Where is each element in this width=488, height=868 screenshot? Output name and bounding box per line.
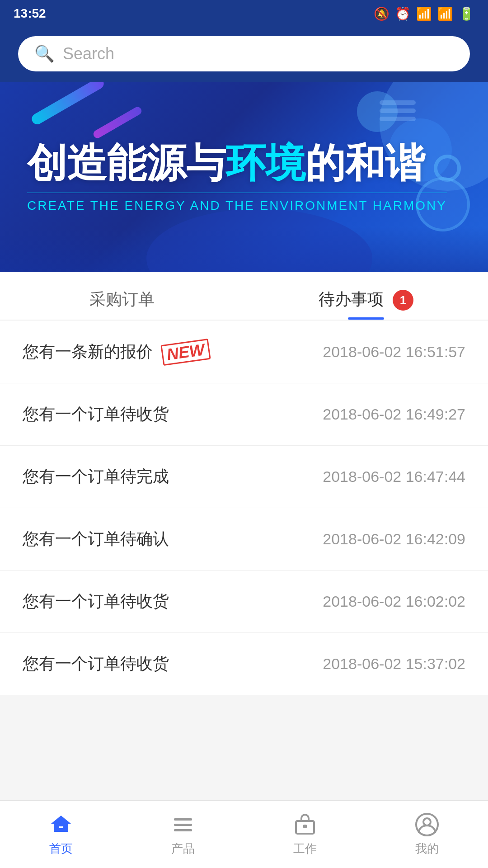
- list-item-time-5: 2018-06-02 16:02:02: [323, 593, 465, 610]
- list-item-left-1: 您有一条新的报价 NEW: [23, 341, 210, 363]
- list-item-text-2: 您有一个订单待收货: [23, 403, 169, 425]
- tab-purchase[interactable]: 采购订单: [0, 272, 244, 320]
- status-time: 13:52: [14, 6, 46, 21]
- tabs-container: 采购订单 待办事项 1: [0, 272, 488, 320]
- list-item[interactable]: 您有一个订单待收货 2018-06-02 15:37:02: [0, 633, 488, 695]
- list-item-left-2: 您有一个订单待收货: [23, 403, 169, 425]
- list-item-time-6: 2018-06-02 15:37:02: [323, 655, 465, 673]
- list-item-left-6: 您有一个订单待收货: [23, 653, 169, 675]
- status-bar: 13:52 🔕 ⏰ 📶 📶 🔋: [0, 0, 488, 27]
- banner: 创造能源与环境的和谐 CREATE THE ENERGY AND THE ENV…: [0, 82, 488, 272]
- banner-decor-1: [30, 82, 106, 126]
- list-item-text-1: 您有一条新的报价: [23, 341, 153, 363]
- battery-icon: 🔋: [459, 6, 474, 21]
- list-container: 您有一条新的报价 NEW 2018-06-02 16:51:57 您有一个订单待…: [0, 321, 488, 695]
- list-item[interactable]: 您有一个订单待收货 2018-06-02 16:49:27: [0, 383, 488, 446]
- svg-rect-3: [174, 829, 192, 831]
- banner-stripes: [380, 100, 416, 121]
- list-item-text-5: 您有一个订单待收货: [23, 590, 169, 613]
- banner-sub-text: CREATE THE ENERGY AND THE ENVIRONMENT HA…: [27, 193, 447, 213]
- svg-rect-1: [174, 818, 192, 821]
- search-placeholder: Search: [63, 44, 114, 63]
- search-bar[interactable]: 🔍 Search: [18, 36, 470, 71]
- signal-icon: 📶: [437, 6, 453, 21]
- nav-mine-label: 我的: [415, 841, 439, 857]
- list-item[interactable]: 您有一个订单待完成 2018-06-02 16:47:44: [0, 446, 488, 508]
- nav-item-products[interactable]: 产品: [122, 807, 244, 861]
- products-icon: [170, 812, 196, 837]
- list-item-left-3: 您有一个订单待完成: [23, 466, 169, 488]
- banner-main-text: 创造能源与环境的和谐: [27, 142, 425, 185]
- list-item[interactable]: 您有一个订单待确认 2018-06-02 16:42:09: [0, 508, 488, 571]
- mute-icon: 🔕: [374, 6, 389, 21]
- tab-purchase-label: 采购订单: [89, 290, 155, 308]
- bottom-nav: 首页 产品 工作 我的: [0, 800, 488, 868]
- list-item-left-4: 您有一个订单待确认: [23, 528, 169, 550]
- list-item-text-3: 您有一个订单待完成: [23, 466, 169, 488]
- search-icon: 🔍: [34, 44, 55, 63]
- home-icon: [48, 812, 74, 837]
- list-item-text-6: 您有一个订单待收货: [23, 653, 169, 675]
- banner-wave: [0, 227, 488, 272]
- nav-products-label: 产品: [171, 841, 195, 857]
- svg-point-7: [423, 818, 431, 826]
- alarm-icon: ⏰: [395, 6, 411, 21]
- nav-home-label: 首页: [49, 841, 73, 857]
- banner-text-part2: 的和谐: [305, 141, 425, 185]
- search-container: 🔍 Search: [0, 27, 488, 82]
- new-badge-1: NEW: [160, 339, 211, 366]
- tab-todo[interactable]: 待办事项 1: [244, 272, 488, 320]
- list-item-time-3: 2018-06-02 16:47:44: [323, 468, 465, 486]
- list-item-left-5: 您有一个订单待收货: [23, 590, 169, 613]
- nav-work-label: 工作: [293, 841, 317, 857]
- nav-item-home[interactable]: 首页: [0, 807, 122, 861]
- banner-text-highlight: 环境: [226, 141, 305, 185]
- list-item[interactable]: 您有一条新的报价 NEW 2018-06-02 16:51:57: [0, 321, 488, 383]
- nav-item-mine[interactable]: 我的: [366, 807, 488, 861]
- svg-rect-2: [174, 824, 192, 826]
- list-item-time-2: 2018-06-02 16:49:27: [323, 406, 465, 423]
- list-item-time-1: 2018-06-02 16:51:57: [323, 343, 465, 361]
- svg-rect-5: [303, 825, 307, 828]
- list-item-time-4: 2018-06-02 16:42:09: [323, 530, 465, 548]
- tab-todo-badge: 1: [393, 290, 413, 311]
- tab-todo-label: 待办事项: [319, 290, 384, 308]
- wifi-icon: 📶: [416, 6, 432, 21]
- mine-icon: [414, 812, 440, 837]
- tab-indicator: [348, 317, 384, 320]
- banner-decor-2: [92, 105, 143, 140]
- banner-text-part1: 创造能源与: [27, 141, 226, 185]
- list-item-text-4: 您有一个订单待确认: [23, 528, 169, 550]
- work-icon: [292, 812, 318, 837]
- list-item[interactable]: 您有一个订单待收货 2018-06-02 16:02:02: [0, 571, 488, 633]
- nav-item-work[interactable]: 工作: [244, 807, 366, 861]
- status-icons: 🔕 ⏰ 📶 📶 🔋: [374, 6, 474, 21]
- svg-rect-0: [57, 828, 65, 832]
